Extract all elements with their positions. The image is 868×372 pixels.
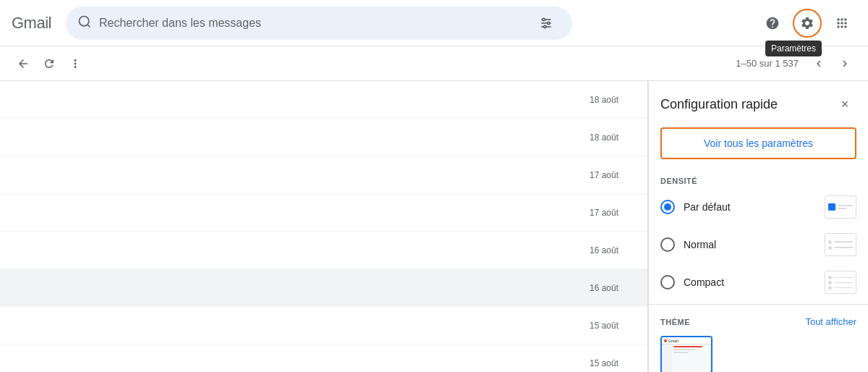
theme-thumb-line1 xyxy=(673,346,702,347)
density-radio-normal[interactable] xyxy=(660,237,675,252)
theme-thumb-dot xyxy=(664,339,667,342)
density-label-normal: Normal xyxy=(684,239,816,250)
toolbar: 1–50 sur 1 537 xyxy=(0,46,868,81)
theme-thumb-line2 xyxy=(673,349,695,350)
back-button[interactable] xyxy=(12,52,35,75)
density-preview-normal xyxy=(825,233,856,256)
email-date: 18 août xyxy=(590,95,636,105)
next-page-button[interactable] xyxy=(833,52,856,75)
search-input[interactable]: Rechercher dans les messages xyxy=(99,17,524,30)
theme-thumb-content xyxy=(672,344,711,372)
search-tune-button[interactable] xyxy=(532,9,561,38)
list-item[interactable]: 16 août xyxy=(0,232,647,269)
apps-button[interactable] xyxy=(827,9,856,38)
theme-thumb-line3 xyxy=(673,352,688,353)
density-radio-default[interactable] xyxy=(660,200,675,214)
theme-thumb-gmail: Gmail xyxy=(668,339,678,343)
panel-divider xyxy=(649,304,868,305)
main-area: 18 août 18 août 17 août 17 août 16 août … xyxy=(0,81,868,372)
search-bar[interactable]: Rechercher dans les messages xyxy=(66,7,572,40)
theme-preview-area: Gmail xyxy=(649,333,868,372)
email-date: 18 août xyxy=(590,132,636,143)
list-item[interactable]: 16 août xyxy=(0,269,647,307)
theme-section-label: THÈME xyxy=(660,318,805,326)
theme-show-all-button[interactable]: Tout afficher xyxy=(805,316,856,327)
theme-thumbnail[interactable]: Gmail xyxy=(660,336,712,372)
list-item[interactable]: 15 août xyxy=(0,344,647,372)
svg-point-5 xyxy=(542,18,545,20)
svg-point-6 xyxy=(548,22,550,24)
list-item[interactable]: 17 août xyxy=(0,156,647,194)
theme-thumb-sidebar xyxy=(662,344,672,372)
settings-tooltip-container: Paramètres xyxy=(793,9,822,38)
email-list[interactable]: 18 août 18 août 17 août 17 août 16 août … xyxy=(0,81,648,372)
density-radio-inner xyxy=(664,203,671,211)
list-item[interactable]: 17 août xyxy=(0,194,647,232)
email-date: 17 août xyxy=(590,170,636,180)
density-radio-compact[interactable] xyxy=(660,275,675,289)
density-option-default[interactable]: Par défaut xyxy=(649,188,868,226)
list-item[interactable]: 15 août xyxy=(0,307,647,344)
svg-point-7 xyxy=(544,25,546,28)
search-icon xyxy=(77,14,92,32)
svg-point-0 xyxy=(79,16,88,25)
pagination-info: 1–50 sur 1 537 xyxy=(736,58,799,69)
close-settings-button[interactable]: × xyxy=(833,93,856,116)
settings-panel-header: Configuration rapide × xyxy=(649,81,868,122)
settings-panel: Configuration rapide × Voir tous les par… xyxy=(648,81,868,372)
svg-line-1 xyxy=(88,24,90,27)
email-date: 15 août xyxy=(590,358,636,368)
density-label-default: Par défaut xyxy=(684,201,816,213)
density-section-label: DENSITÉ xyxy=(649,171,868,188)
header: Gmail Rechercher dans les messages xyxy=(0,0,868,46)
gmail-logo: Gmail xyxy=(12,14,51,33)
header-right: Paramètres xyxy=(758,9,856,38)
density-label-compact: Compact xyxy=(684,276,816,288)
more-button[interactable] xyxy=(64,52,87,75)
settings-panel-title: Configuration rapide xyxy=(660,97,833,112)
refresh-button[interactable] xyxy=(38,52,61,75)
density-preview-compact xyxy=(825,271,856,294)
email-date: 17 août xyxy=(590,208,636,218)
settings-button[interactable] xyxy=(793,9,822,38)
help-button[interactable] xyxy=(758,9,787,38)
density-preview-default xyxy=(825,195,856,219)
theme-section-header: THÈME Tout afficher xyxy=(649,308,868,333)
email-date: 15 août xyxy=(590,321,636,331)
density-option-compact[interactable]: Compact xyxy=(649,263,868,301)
theme-thumb-bar: Gmail xyxy=(662,337,711,344)
density-option-normal[interactable]: Normal xyxy=(649,226,868,263)
view-all-settings-button[interactable]: Voir tous les paramètres xyxy=(660,127,856,159)
email-date: 16 août xyxy=(590,245,636,255)
theme-thumb-body xyxy=(662,344,711,372)
list-item[interactable]: 18 août xyxy=(0,119,647,156)
list-item[interactable]: 18 août xyxy=(0,81,647,119)
email-date: 16 août xyxy=(590,283,636,293)
settings-tooltip: Paramètres xyxy=(765,41,822,56)
